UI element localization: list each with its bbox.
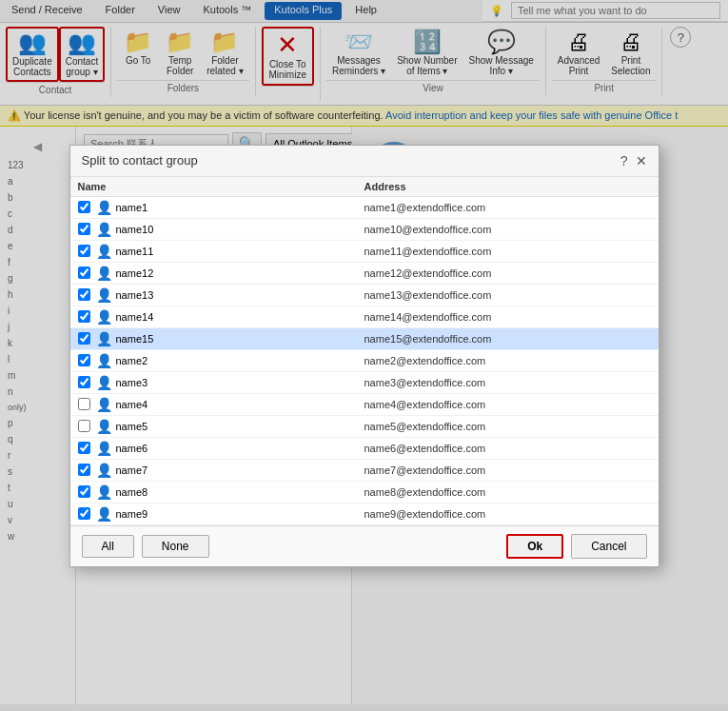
table-row[interactable]: 👤 name13 name13@extendoffice.com	[70, 285, 659, 306]
contact-row-icon-3: 👤	[96, 266, 112, 281]
dialog-help-button[interactable]: ?	[620, 153, 628, 168]
row-address-3: name12@extendoffice.com	[364, 267, 651, 279]
row-checkbox-3[interactable]	[78, 267, 90, 279]
row-address-8: name3@extendoffice.com	[364, 377, 651, 388]
row-address-0: name1@extendoffice.com	[364, 202, 651, 213]
contact-row-icon-11: 👤	[96, 441, 112, 456]
row-address-5: name14@extendoffice.com	[364, 311, 651, 323]
row-address-11: name6@extendoffice.com	[364, 443, 651, 454]
row-name-2: name11	[116, 246, 154, 257]
row-name-11: name6	[116, 443, 148, 454]
contact-row-icon-6: 👤	[96, 331, 112, 346]
row-checkbox-14[interactable]	[78, 507, 90, 520]
row-checkbox-11[interactable]	[78, 442, 90, 454]
contact-row-icon-14: 👤	[96, 506, 112, 522]
table-row[interactable]: 👤 name6 name6@extendoffice.com	[70, 438, 659, 460]
contact-row-icon-13: 👤	[96, 484, 112, 500]
contact-row-icon-1: 👤	[96, 222, 112, 237]
dialog-table: Name Address 👤 name1 name1@extendoffice.…	[70, 177, 659, 525]
row-name-7: name2	[116, 355, 148, 366]
row-name-5: name14	[116, 311, 154, 323]
col-address-header: Address	[364, 181, 651, 192]
row-checkbox-13[interactable]	[78, 485, 90, 498]
row-checkbox-7[interactable]	[78, 354, 90, 366]
row-checkbox-12[interactable]	[78, 464, 90, 476]
contact-row-icon-0: 👤	[96, 200, 112, 215]
contact-row-icon-7: 👤	[96, 353, 112, 368]
contact-row-icon-8: 👤	[96, 375, 112, 390]
dialog-overlay: Split to contact group ? ✕ Name Address …	[0, 0, 728, 711]
contact-row-icon-5: 👤	[96, 309, 112, 325]
table-row[interactable]: 👤 name8 name8@extendoffice.com	[70, 482, 659, 504]
row-name-12: name7	[116, 464, 148, 476]
row-address-4: name13@extendoffice.com	[364, 289, 651, 301]
dialog-close-button[interactable]: ✕	[636, 153, 647, 168]
row-address-2: name11@extendoffice.com	[364, 246, 651, 257]
table-body: 👤 name1 name1@extendoffice.com 👤 name10 …	[70, 197, 659, 525]
row-name-6: name15	[116, 333, 154, 345]
row-name-8: name3	[116, 377, 148, 388]
footer-right: Ok Cancel	[506, 534, 646, 559]
table-row[interactable]: 👤 name4 name4@extendoffice.com	[70, 394, 659, 416]
row-name-4: name13	[116, 289, 154, 301]
table-row[interactable]: 👤 name14 name14@extendoffice.com	[70, 306, 659, 328]
dialog-title: Split to contact group	[82, 153, 198, 168]
row-address-10: name5@extendoffice.com	[364, 421, 651, 432]
row-address-6: name15@extendoffice.com	[364, 333, 651, 345]
table-row[interactable]: 👤 name10 name10@extendoffice.com	[70, 219, 659, 241]
row-checkbox-8[interactable]	[78, 376, 90, 388]
ok-button[interactable]: Ok	[506, 534, 563, 559]
table-row[interactable]: 👤 name7 name7@extendoffice.com	[70, 460, 659, 482]
row-checkbox-1[interactable]	[78, 223, 90, 235]
dialog-title-bar: Split to contact group ? ✕	[70, 146, 659, 177]
row-address-1: name10@extendoffice.com	[364, 224, 651, 235]
table-row[interactable]: 👤 name2 name2@extendoffice.com	[70, 350, 659, 372]
row-address-9: name4@extendoffice.com	[364, 399, 651, 410]
row-name-14: name9	[116, 508, 148, 520]
dialog-controls: ? ✕	[620, 153, 647, 168]
contact-row-icon-9: 👤	[96, 397, 112, 412]
footer-left: All None	[82, 535, 209, 558]
row-checkbox-0[interactable]	[78, 201, 90, 213]
row-name-10: name5	[116, 421, 148, 432]
table-row[interactable]: 👤 name15 name15@extendoffice.com	[70, 328, 659, 350]
row-address-14: name9@extendoffice.com	[364, 508, 651, 520]
dialog-footer: All None Ok Cancel	[70, 525, 659, 566]
table-header: Name Address	[70, 177, 659, 197]
table-row[interactable]: 👤 name12 name12@extendoffice.com	[70, 263, 659, 285]
row-name-13: name8	[116, 486, 148, 498]
row-checkbox-4[interactable]	[78, 288, 90, 301]
cancel-button[interactable]: Cancel	[571, 534, 646, 559]
table-row[interactable]: 👤 name11 name11@extendoffice.com	[70, 241, 659, 263]
row-checkbox-5[interactable]	[78, 310, 90, 323]
contact-row-icon-2: 👤	[96, 244, 112, 259]
row-name-9: name4	[116, 399, 148, 410]
table-row[interactable]: 👤 name9 name9@extendoffice.com	[70, 504, 659, 525]
row-name-0: name1	[116, 202, 148, 213]
row-checkbox-2[interactable]	[78, 245, 90, 257]
row-name-1: name10	[116, 224, 154, 235]
contact-row-icon-12: 👤	[96, 463, 112, 478]
row-address-12: name7@extendoffice.com	[364, 464, 651, 476]
row-address-7: name2@extendoffice.com	[364, 355, 651, 366]
row-checkbox-6[interactable]	[78, 332, 90, 345]
split-contact-dialog: Split to contact group ? ✕ Name Address …	[69, 145, 659, 567]
all-button[interactable]: All	[82, 535, 134, 558]
col-name-header: Name	[78, 181, 364, 192]
row-address-13: name8@extendoffice.com	[364, 486, 651, 498]
contact-row-icon-10: 👤	[96, 419, 112, 434]
table-row[interactable]: 👤 name1 name1@extendoffice.com	[70, 197, 659, 219]
row-checkbox-9[interactable]	[78, 398, 90, 410]
table-row[interactable]: 👤 name5 name5@extendoffice.com	[70, 416, 659, 438]
row-name-3: name12	[116, 267, 154, 279]
none-button[interactable]: None	[142, 535, 209, 558]
row-checkbox-10[interactable]	[78, 420, 90, 432]
table-row[interactable]: 👤 name3 name3@extendoffice.com	[70, 372, 659, 394]
contact-row-icon-4: 👤	[96, 287, 112, 303]
